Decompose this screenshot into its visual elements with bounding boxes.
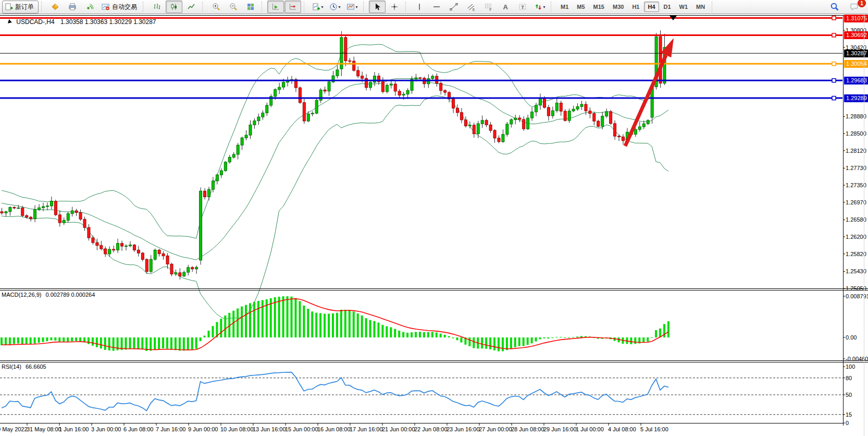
macd-histogram-bar [204,336,206,337]
new-order-button[interactable]: 新订单 [2,1,39,14]
zoom-in-icon[interactable] [208,1,225,13]
rsi-line [2,372,668,411]
macd-histogram-bar [183,337,185,350]
macd-histogram-bar [50,337,52,340]
candle-body [601,116,604,127]
macd-histogram-bar [38,337,40,343]
signals-icon[interactable] [81,1,98,13]
macd-histogram-bar [415,332,417,338]
candle-body [141,253,144,259]
macd-histogram-bar [71,337,73,342]
timeframe-button-m5[interactable]: M5 [573,2,588,12]
timeframe-button-d1[interactable]: D1 [660,2,675,12]
macd-histogram-bar [572,337,574,337]
candle-body [212,181,214,189]
candle-body [551,111,554,116]
trendline-icon[interactable] [445,1,462,13]
candle-body [477,124,479,134]
macd-histogram-bar [456,337,458,340]
chart-window[interactable]: USDCAD-,H4 1.30358 1.30363 1.30229 1.302… [0,15,868,436]
candle-body [353,61,355,70]
candle-body [83,219,86,227]
macd-histogram-bar [287,296,289,337]
candle-body [473,125,475,134]
line-handle[interactable] [832,16,836,20]
autotrading-button[interactable]: 自动交易 [98,1,140,13]
tile-windows-icon[interactable] [242,1,259,13]
candle-body [361,76,364,79]
auto-scroll-icon[interactable] [267,1,284,13]
zoom-out-icon[interactable] [225,1,242,13]
arrows-icon [534,3,542,11]
window-edge [864,15,864,436]
periods-button[interactable]: ▾ [327,1,343,13]
macd-histogram-bar [17,337,19,344]
macd-histogram-bar [42,337,44,342]
candle-body [299,88,301,103]
candle-body [493,130,496,138]
line-chart-icon[interactable] [183,1,200,13]
macd-histogram-bar [535,337,537,342]
macd-histogram-bar [245,305,247,337]
candle-body [622,137,625,140]
candle-body [241,138,243,145]
candle-body [79,213,82,220]
timeframe-button-h1[interactable]: H1 [628,2,643,12]
candle-body [523,119,525,129]
line-handle[interactable] [832,79,836,82]
candlestick-chart-icon[interactable] [166,1,182,13]
crosshair-icon[interactable] [386,1,403,13]
macd-histogram-bar [406,333,408,337]
bollinger-middle-band[interactable] [2,78,668,260]
candle-body [481,120,483,124]
candle-body [514,118,517,119]
arrows-button[interactable]: ▾ [531,1,548,13]
candle-body [576,106,579,109]
timeframe-button-m30[interactable]: M30 [609,2,627,12]
candle-body [50,201,53,206]
candle-body [274,90,277,96]
candle-body [54,201,57,215]
candle-body [357,70,359,76]
timeframe-button-m1[interactable]: M1 [557,2,572,12]
trend-arrow-line[interactable] [625,55,666,146]
line-handle[interactable] [832,96,836,100]
candle-body [63,220,65,223]
cursor-icon[interactable] [369,1,386,13]
trend-arrow-head[interactable] [661,38,674,57]
timeframe-button-m15[interactable]: M15 [590,2,608,12]
timeframe-button-w1[interactable]: W1 [676,2,692,12]
clock-icon [329,3,338,11]
text-icon[interactable]: A [497,1,514,13]
bollinger-lower-band[interactable] [2,96,668,319]
candle-body [96,243,98,246]
autotrading-label: 自动交易 [112,3,137,11]
print-icon[interactable] [64,1,81,13]
chart-canvas[interactable] [0,15,868,436]
templates-button[interactable]: ▾ [344,1,361,13]
candle-body [150,259,152,271]
search-icon[interactable] [826,1,843,13]
candle-body [303,103,305,121]
gold-bar-icon[interactable] [47,1,64,13]
fibonacci-icon[interactable]: F [480,1,497,13]
line-handle[interactable] [832,62,836,66]
macd-histogram-bar [96,337,98,347]
vertical-line-icon[interactable] [411,1,428,13]
macd-histogram-bar [386,326,388,338]
equidistant-channel-icon[interactable]: E [463,1,479,13]
text-label-icon[interactable]: T [514,1,531,13]
timeframe-button-mn[interactable]: MN [692,2,709,12]
candle-body [431,76,434,79]
bar-chart-icon[interactable] [148,1,165,13]
horizontal-line-icon[interactable] [428,1,445,13]
notifications-button[interactable]: 1 [846,1,863,13]
macd-histogram-bar [663,324,665,337]
timeframe-button-h4[interactable]: H4 [644,2,659,12]
candle-body [485,120,488,125]
macd-histogram-bar [518,337,520,346]
line-handle[interactable] [832,33,836,37]
macd-histogram-bar [377,323,379,338]
chart-shift-icon[interactable] [284,1,301,13]
indicators-button[interactable]: ▾ [309,1,326,13]
